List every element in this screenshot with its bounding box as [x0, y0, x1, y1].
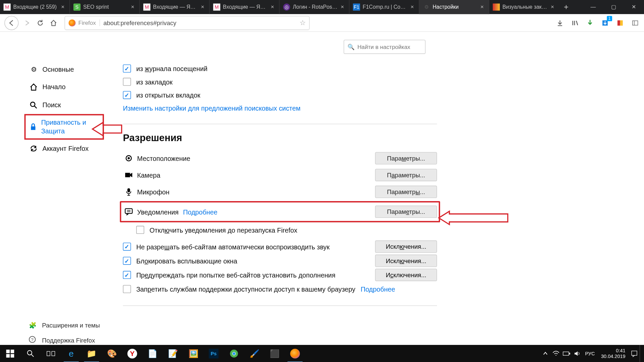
checkbox-icon	[123, 257, 131, 265]
back-button[interactable]	[4, 16, 18, 30]
location-icon	[123, 154, 135, 162]
checkbox-label: из открытых вкладок	[136, 91, 200, 99]
close-window-button[interactable]: ✕	[624, 0, 644, 14]
close-icon[interactable]: ×	[549, 4, 555, 10]
tray-language[interactable]: РУС	[583, 351, 598, 356]
svg-rect-30	[632, 351, 637, 355]
taskbar-app2[interactable]: 🖼️	[183, 345, 204, 362]
taskbar-photoshop[interactable]: Ps	[204, 345, 224, 362]
tab-gmail[interactable]: M Входящие (2 559) ×	[0, 0, 70, 14]
search-engine-settings-link[interactable]: Изменить настройки для предложений поиск…	[123, 104, 301, 112]
checkbox-addons-warn[interactable]: Предупреждать при попытке веб-сайтов уст…	[123, 271, 437, 279]
search-button[interactable]	[20, 345, 41, 362]
taskbar-app1[interactable]: 📄	[143, 345, 163, 362]
a11y-learn-more-link[interactable]: Подробнее	[361, 285, 395, 293]
camera-settings-button[interactable]: Параметры...	[375, 169, 437, 181]
settings-search[interactable]: 🔍	[344, 40, 426, 54]
svg-rect-28	[563, 352, 569, 356]
tray-clock[interactable]: 0:41 30.04.2019	[597, 348, 629, 360]
url-brand-label: Firefox	[78, 19, 100, 26]
checkbox-label: Отключить уведомления до перезапуска Fir…	[150, 226, 298, 234]
savefrom-button[interactable]: 1	[599, 16, 611, 29]
sidebar-item-sync[interactable]: Аккаунт Firefox	[24, 140, 104, 158]
yandex-icon: Y	[127, 349, 137, 358]
gear-icon: ⚙	[29, 65, 39, 73]
flag-icon	[616, 19, 624, 26]
close-icon[interactable]: ×	[200, 4, 206, 10]
app-icon: ⬛	[270, 349, 279, 358]
notifications-settings-button[interactable]: Параметры...	[375, 205, 437, 218]
tab-rotapost[interactable]: ◎ Логин - RotaPost.ru ×	[279, 0, 349, 14]
tab-visual-bookmarks[interactable]: Визуальные закладки ×	[489, 0, 559, 14]
checkbox-opentabs[interactable]: из открытых вкладок	[123, 91, 437, 99]
taskbar-app3[interactable]: 🖌️	[244, 345, 265, 362]
close-icon[interactable]: ×	[479, 4, 485, 10]
location-settings-button[interactable]: Параметры...	[375, 152, 437, 165]
address-bar[interactable]: Firefox about:preferences#privacy ☆	[65, 16, 310, 30]
svg-rect-24	[52, 351, 55, 356]
frigate-button[interactable]	[614, 16, 626, 29]
checkbox-disable-notifications[interactable]: Отключить уведомления до перезапуска Fir…	[136, 226, 437, 234]
autoplay-exceptions-button[interactable]: Исключения...	[375, 240, 437, 253]
show-desktop-button[interactable]	[640, 345, 642, 362]
checkbox-a11y[interactable]: Запретить службам поддержки доступности …	[123, 285, 437, 293]
sidebar-item-general[interactable]: ⚙ Основные	[24, 61, 104, 78]
tray-battery[interactable]	[561, 345, 572, 362]
taskbar-notepad[interactable]: 📝	[163, 345, 183, 362]
minimize-button[interactable]: —	[583, 0, 603, 14]
tab-seosprint[interactable]: S SEO sprint ×	[70, 0, 140, 14]
sidebar-item-extensions[interactable]: 🧩 Расширения и темы	[29, 318, 100, 332]
sidebar-toggle-button[interactable]	[629, 16, 641, 29]
checkbox-autoplay[interactable]: Не разрешать веб-сайтам автоматически во…	[123, 243, 437, 251]
sidebar-item-search[interactable]: Поиск	[24, 96, 104, 114]
settings-search-input[interactable]	[357, 44, 421, 50]
close-icon[interactable]: ×	[129, 4, 136, 10]
maximize-button[interactable]: ▢	[603, 0, 624, 14]
close-icon[interactable]: ×	[409, 4, 415, 10]
taskbar-explorer[interactable]: 📁	[82, 345, 102, 362]
tray-notifications[interactable]	[629, 345, 640, 362]
bookmark-star-icon[interactable]: ☆	[300, 18, 306, 27]
brush-icon: 🖌️	[250, 349, 259, 358]
microphone-settings-button[interactable]: Параметры...	[375, 186, 437, 198]
browser-tab-bar: M Входящие (2 559) × S SEO sprint × M Вх…	[0, 0, 644, 14]
firefox-icon	[290, 349, 300, 358]
downloads-button[interactable]	[554, 16, 566, 29]
tab-f1comp[interactable]: F1 F1Comp.ru | Советы ×	[350, 0, 419, 14]
taskbar-yandex[interactable]: Y	[122, 345, 143, 362]
popups-exceptions-button[interactable]: Исключения...	[375, 255, 437, 267]
taskbar-app4[interactable]: ⬛	[265, 345, 285, 362]
tray-overflow-button[interactable]	[540, 345, 551, 362]
tray-wifi[interactable]	[551, 345, 561, 362]
idm-button[interactable]	[584, 16, 596, 29]
sidebar-item-label: Начало	[43, 83, 66, 92]
search-icon	[29, 101, 39, 109]
taskbar-paint[interactable]: 🎨	[102, 345, 122, 362]
home-button[interactable]	[47, 16, 60, 29]
tab-settings[interactable]: ⚙ Настройки ×	[419, 0, 489, 14]
new-tab-button[interactable]: +	[559, 0, 573, 14]
checkbox-bookmarks[interactable]: из закладок	[123, 78, 437, 86]
sidebar-item-home[interactable]: Начало	[24, 78, 104, 96]
checkbox-popups[interactable]: Блокировать всплывающие окна Исключения.…	[123, 257, 437, 265]
close-icon[interactable]: ×	[339, 4, 345, 10]
taskbar-edge[interactable]: e	[61, 345, 82, 362]
close-icon[interactable]: ×	[269, 4, 275, 10]
taskbar-firefox[interactable]	[285, 345, 305, 362]
firefox-icon	[68, 19, 75, 26]
svg-rect-2	[620, 20, 623, 25]
library-button[interactable]	[569, 16, 581, 29]
notifications-learn-more-link[interactable]: Подробнее	[183, 208, 218, 215]
tab-yandex1[interactable]: M Входящие — Яндекс ×	[140, 0, 210, 14]
tray-volume[interactable]	[572, 345, 583, 362]
addons-exceptions-button[interactable]: Исключения...	[375, 269, 437, 281]
forward-button[interactable]	[20, 16, 34, 29]
reload-button[interactable]	[34, 16, 47, 29]
task-view-button[interactable]	[41, 345, 61, 362]
close-icon[interactable]: ×	[60, 4, 66, 10]
tab-yandex2[interactable]: M Входящие — Яндекс ×	[210, 0, 279, 14]
svg-rect-29	[569, 353, 570, 354]
taskbar-chrome[interactable]	[224, 345, 244, 362]
checkbox-history[interactable]: из журнала посещений	[123, 65, 437, 73]
start-button[interactable]	[0, 345, 20, 362]
